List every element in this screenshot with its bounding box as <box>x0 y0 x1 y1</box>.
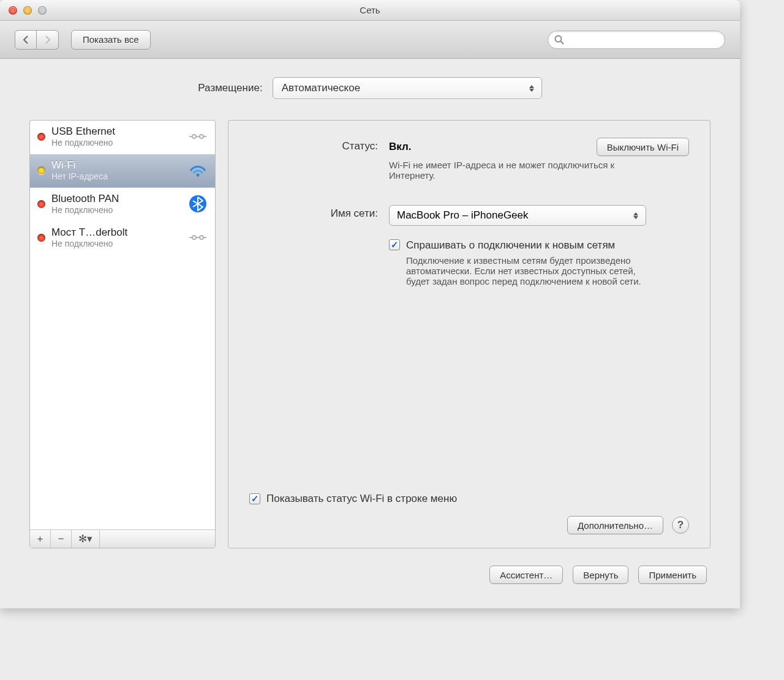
detail-bottom: Показывать статус Wi-Fi в строке меню До… <box>249 493 689 534</box>
forward-button[interactable] <box>37 30 59 50</box>
help-button[interactable]: ? <box>672 517 689 534</box>
services-sidebar: USB Ethernet Не подключено Wi-Fi Нет IP-… <box>29 120 216 548</box>
action-menu-button[interactable]: ✻▾ <box>72 530 100 548</box>
plus-icon: + <box>37 533 43 545</box>
svg-point-7 <box>200 236 203 239</box>
service-item-bluetooth[interactable]: Bluetooth PAN Не подключено <box>30 188 215 222</box>
service-name: Мост T…derbolt <box>51 226 181 239</box>
status-dot-icon <box>37 200 45 208</box>
search-input[interactable] <box>564 35 718 45</box>
wifi-icon <box>187 162 209 179</box>
network-name-value: MacBook Pro – iPhoneGeek <box>397 209 529 222</box>
titlebar: Сеть <box>0 0 740 21</box>
ask-new-networks-row: Спрашивать о подключении к новым сетям П… <box>389 239 689 286</box>
show-in-menu-checkbox[interactable] <box>249 493 260 504</box>
search-icon <box>554 35 564 45</box>
nav-segment <box>15 30 59 50</box>
ask-new-networks-label: Спрашивать о подключении к новым сетям <box>406 239 651 252</box>
assist-button[interactable]: Ассистент… <box>489 566 563 584</box>
chevron-right-icon <box>45 35 51 44</box>
ask-new-networks-checkbox[interactable] <box>389 239 400 250</box>
service-name: USB Ethernet <box>51 125 181 138</box>
toolbar: Показать все <box>0 21 740 59</box>
detail-panel: Статус: Вкл. Выключить Wi-Fi Wi-Fi не им… <box>228 120 710 548</box>
svg-point-4 <box>197 174 200 177</box>
gear-icon: ✻▾ <box>78 532 92 545</box>
split: USB Ethernet Не подключено Wi-Fi Нет IP-… <box>29 120 710 548</box>
show-in-menu-row: Показывать статус Wi-Fi в строке меню <box>249 493 689 505</box>
service-item-wifi[interactable]: Wi-Fi Нет IP-адреса <box>30 154 215 188</box>
service-status: Не подключено <box>51 205 181 215</box>
updown-caret-icon <box>526 80 538 96</box>
service-status: Не подключено <box>51 138 181 148</box>
show-in-menu-label: Показывать статус Wi-Fi в строке меню <box>266 493 457 505</box>
service-item-usb-ethernet[interactable]: USB Ethernet Не подключено <box>30 121 215 154</box>
status-dot-icon <box>37 133 45 141</box>
add-service-button[interactable]: + <box>30 530 51 548</box>
network-name-popup[interactable]: MacBook Pro – iPhoneGeek <box>389 205 646 226</box>
status-value: Вкл. <box>389 141 412 153</box>
svg-line-1 <box>561 41 564 44</box>
location-label: Размещение: <box>198 82 262 94</box>
service-list: USB Ethernet Не подключено Wi-Fi Нет IP-… <box>30 121 215 529</box>
minus-icon: − <box>58 533 64 545</box>
location-popup[interactable]: Автоматическое <box>273 77 542 99</box>
status-note: Wi-Fi не имеет IP-адреса и не может подк… <box>389 160 646 181</box>
svg-point-6 <box>192 236 196 239</box>
chevron-left-icon <box>23 35 29 44</box>
service-status: Не подключено <box>51 239 181 248</box>
network-prefs-window: Сеть Показать все Размещение: Автоматиче… <box>0 0 740 608</box>
status-dot-icon <box>37 234 45 242</box>
network-name-label: Имя сети: <box>249 205 378 286</box>
turn-off-wifi-button[interactable]: Выключить Wi-Fi <box>597 138 689 156</box>
service-name: Bluetooth PAN <box>51 193 181 205</box>
apply-button[interactable]: Применить <box>638 566 707 584</box>
advanced-button[interactable]: Дополнительно… <box>567 516 663 534</box>
back-button[interactable] <box>15 30 37 50</box>
ethernet-icon <box>187 128 209 145</box>
help-icon: ? <box>677 519 684 531</box>
remove-service-button[interactable]: − <box>51 530 72 548</box>
location-value: Автоматическое <box>282 82 360 94</box>
updown-caret-icon <box>630 208 642 223</box>
content: Размещение: Автоматическое USB Ethernet … <box>0 59 740 608</box>
status-row: Статус: Вкл. Выключить Wi-Fi Wi-Fi не им… <box>249 138 689 181</box>
status-dot-icon <box>37 166 45 174</box>
svg-point-0 <box>556 35 562 42</box>
service-item-thunderbolt-bridge[interactable]: Мост T…derbolt Не подключено <box>30 222 215 255</box>
bluetooth-icon <box>187 195 209 212</box>
status-label: Статус: <box>249 138 378 181</box>
revert-button[interactable]: Вернуть <box>573 566 628 584</box>
location-row: Размещение: Автоматическое <box>29 77 710 99</box>
ask-new-networks-desc: Подключение к известным сетям будет прои… <box>406 255 651 286</box>
sidebar-footer: + − ✻▾ <box>30 529 215 548</box>
show-all-button[interactable]: Показать все <box>71 30 151 50</box>
svg-point-3 <box>200 135 203 138</box>
footer-buttons: Ассистент… Вернуть Применить <box>29 566 710 584</box>
svg-point-2 <box>192 135 196 138</box>
ethernet-icon <box>187 229 209 246</box>
search-field[interactable] <box>548 31 725 49</box>
service-status: Нет IP-адреса <box>51 171 181 181</box>
network-name-row: Имя сети: MacBook Pro – iPhoneGeek Спраш… <box>249 205 689 286</box>
window-title: Сеть <box>0 5 740 15</box>
service-name: Wi-Fi <box>51 159 181 171</box>
